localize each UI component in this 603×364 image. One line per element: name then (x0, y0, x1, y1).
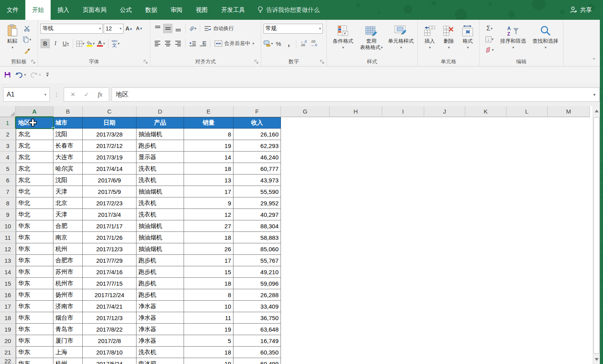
tab-8[interactable]: 开发工具 (214, 0, 252, 20)
cell-D21[interactable]: 洗衣机 (137, 347, 184, 358)
format-painter-button[interactable] (22, 46, 32, 55)
cell-F15[interactable]: 59,096 (233, 278, 281, 289)
cell-C17[interactable]: 2017/4/21 (83, 301, 137, 312)
cell-F13[interactable]: 55,767 (233, 255, 281, 266)
decrease-font-button[interactable]: A▼ (135, 24, 144, 33)
cell-C10[interactable]: 2017/1/17 (83, 220, 137, 232)
column-header-J[interactable]: J (424, 106, 465, 117)
row-header-11[interactable]: 11 (0, 232, 16, 243)
autosum-button[interactable]: Σ▾ (482, 24, 497, 33)
row-header-2[interactable]: 2 (0, 129, 16, 140)
column-header-H[interactable]: H (330, 106, 382, 117)
column-header-L[interactable]: L (506, 106, 548, 117)
cell-E2[interactable]: 8 (184, 129, 233, 140)
cell-E22[interactable]: 19 (184, 358, 233, 364)
cell-B20[interactable]: 厦门市 (53, 335, 83, 347)
cell-E1[interactable]: 销量 (184, 117, 233, 129)
row-header-4[interactable]: 4 (0, 152, 16, 163)
align-bottom-button[interactable] (173, 24, 183, 33)
cell-B10[interactable]: 合肥 (53, 220, 83, 232)
cell-E19[interactable]: 19 (184, 324, 233, 335)
cell-F12[interactable]: 85,060 (233, 243, 281, 255)
cell-A19[interactable]: 华东 (16, 324, 53, 335)
phonetic-guide-button[interactable]: wén 文 ▾ (111, 39, 120, 48)
row-header-5[interactable]: 5 (0, 163, 16, 174)
find-select-button[interactable]: 查找和选择 ▾ (529, 22, 561, 58)
increase-font-button[interactable]: A▲ (124, 24, 134, 33)
align-middle-button[interactable] (163, 24, 173, 33)
cell-D15[interactable]: 跑步机 (137, 278, 184, 289)
cell-B5[interactable]: 哈尔滨 (53, 163, 83, 174)
cell-D3[interactable]: 跑步机 (137, 140, 184, 152)
cell-C18[interactable]: 2017/12/3 (83, 312, 137, 324)
align-left-button[interactable] (153, 39, 162, 48)
row-header-20[interactable]: 20 (0, 335, 16, 347)
save-button[interactable] (4, 71, 11, 78)
copy-button[interactable]: ▾ (22, 35, 32, 44)
cell-A3[interactable]: 东北 (16, 140, 53, 152)
align-center-button[interactable] (163, 39, 173, 48)
borders-button[interactable]: ▾ (76, 39, 85, 48)
cell-D13[interactable]: 跑步机 (137, 255, 184, 266)
cell-A7[interactable]: 华北 (16, 186, 53, 197)
cell-A12[interactable]: 华东 (16, 243, 53, 255)
cell-E20[interactable]: 5 (184, 335, 233, 347)
row-header-14[interactable]: 14 (0, 266, 16, 278)
cell-E8[interactable]: 9 (184, 197, 233, 209)
cell-B19[interactable]: 青岛市 (53, 324, 83, 335)
cell-C13[interactable]: 2017/7/29 (83, 255, 137, 266)
dialog-launcher-icon[interactable] (144, 60, 149, 65)
formula-bar[interactable]: 地区 ▾ (112, 87, 600, 102)
cell-F17[interactable]: 33,409 (233, 301, 281, 312)
row-header-18[interactable]: 18 (0, 312, 16, 324)
cell-B21[interactable]: 上海 (53, 347, 83, 358)
cell-C21[interactable]: 2017/8/10 (83, 347, 137, 358)
cell-D2[interactable]: 抽油烟机 (137, 129, 184, 140)
cell-F14[interactable]: 49,210 (233, 266, 281, 278)
cell-D7[interactable]: 抽油烟机 (137, 186, 184, 197)
row-header-7[interactable]: 7 (0, 186, 16, 197)
tell-me[interactable]: 告诉我你想要做什么 (257, 0, 320, 20)
tab-5[interactable]: 数据 (138, 0, 164, 20)
merge-center-button[interactable]: 合并后居中 ▾ (213, 39, 256, 48)
underline-button[interactable]: U▾ (61, 39, 70, 48)
bold-button[interactable]: B (40, 39, 50, 48)
cell-D20[interactable]: 净水器 (137, 335, 184, 347)
increase-decimal-button[interactable]: ←.0 .00 (299, 39, 308, 48)
tab-4[interactable]: 公式 (113, 0, 138, 20)
cell-C5[interactable]: 2017/4/14 (83, 163, 137, 174)
cut-button[interactable] (22, 24, 32, 33)
scrollbar-thumb[interactable] (594, 117, 599, 354)
share-button[interactable]: 共享 (570, 0, 592, 20)
expand-formula-bar-icon[interactable]: ▾ (593, 92, 595, 97)
row-header-3[interactable]: 3 (0, 140, 16, 152)
cell-A15[interactable]: 华东 (16, 278, 53, 289)
cell-C14[interactable]: 2017/4/16 (83, 266, 137, 278)
cell-C4[interactable]: 2017/3/19 (83, 152, 137, 163)
orientation-button[interactable]: ab ▾ (188, 24, 197, 33)
cell-D17[interactable]: 净水器 (137, 301, 184, 312)
cell-B4[interactable]: 大连市 (53, 152, 83, 163)
cell-F21[interactable]: 60,350 (233, 347, 281, 358)
column-header-C[interactable]: C (83, 106, 137, 117)
cell-F3[interactable]: 62,293 (233, 140, 281, 152)
cell-E7[interactable]: 17 (184, 186, 233, 197)
cell-D6[interactable]: 洗衣机 (137, 174, 184, 186)
fill-color-button[interactable]: ▾ (86, 39, 95, 48)
cell-D5[interactable]: 洗衣机 (137, 163, 184, 174)
comma-button[interactable]: , (284, 39, 294, 48)
row-header-6[interactable]: 6 (0, 174, 16, 186)
cell-A9[interactable]: 华北 (16, 209, 53, 220)
row-header-21[interactable]: 21 (0, 347, 16, 358)
insert-function-button[interactable]: fx (98, 91, 102, 98)
cell-E10[interactable]: 27 (184, 220, 233, 232)
cell-B12[interactable]: 杭州 (53, 243, 83, 255)
cell-F5[interactable]: 60,777 (233, 163, 281, 174)
cell-F2[interactable]: 26,160 (233, 129, 281, 140)
cancel-button[interactable]: ✕ (70, 91, 76, 98)
tab-7[interactable]: 视图 (189, 0, 214, 20)
cell-D1[interactable]: 产品 (137, 117, 184, 129)
dialog-launcher-icon[interactable] (31, 60, 36, 65)
cell-F18[interactable]: 36,750 (233, 312, 281, 324)
cell-C11[interactable]: 2017/1/26 (83, 232, 137, 243)
